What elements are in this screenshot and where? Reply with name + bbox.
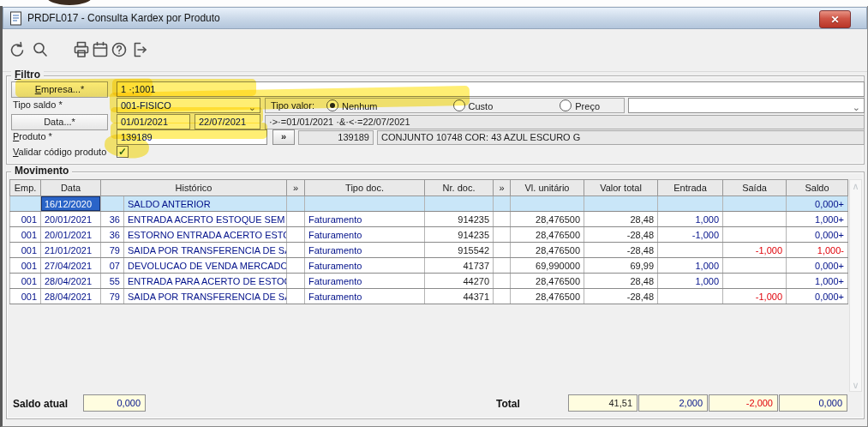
cell-data[interactable]: 21/01/2021 [41,243,101,258]
cell-emp[interactable]: 001 [10,212,41,227]
cell-saldo[interactable]: 0,000+ [787,258,848,274]
cell-tipo_doc[interactable]: Faturamento [305,274,425,289]
cell-valor_total[interactable] [584,196,658,212]
cell-historico[interactable]: DEVOLUCAO DE VENDA MERCADORIA [124,258,287,274]
cell-data[interactable]: 20/01/2021 [41,227,101,243]
cell-cod[interactable]: 55 [101,274,124,289]
cell-nr_doc[interactable]: 914235 [425,227,494,243]
cell-chev2[interactable] [494,243,511,258]
cell-saida[interactable]: -1,000 [723,289,787,304]
radio-nenhum-icon[interactable] [326,99,338,111]
cell-valor_total[interactable]: -28,48 [584,227,658,243]
cell-valor_total[interactable]: 28,48 [584,212,658,227]
cell-entrada[interactable]: 1,000 [658,274,723,289]
data-to-field[interactable]: 22/07/2021 [195,114,260,129]
radio-nenhum[interactable]: Nenhum [326,99,378,111]
cell-entrada[interactable] [658,243,723,258]
cell-saida[interactable] [723,227,787,243]
cell-data[interactable]: 20/01/2021 [41,212,101,227]
cell-saida[interactable]: -1,000 [723,243,787,258]
header-nr-doc[interactable]: Nr. doc. [425,180,494,196]
data-from-field[interactable]: 01/01/2021 [117,114,190,129]
cell-historico[interactable]: SAIDA POR TRANSFERENCIA DE SALDO [124,243,287,258]
cell-tipo_doc[interactable] [305,196,425,212]
header-nr-doc-expand[interactable]: » [494,180,511,196]
table-row[interactable]: 00128/04/202155ENTRADA PARA ACERTO DE ES… [10,274,848,289]
table-row[interactable]: 00128/04/202179SAIDA POR TRANSFERENCIA D… [10,289,848,304]
cell-chev1[interactable] [287,212,305,227]
cell-chev2[interactable] [494,227,511,243]
cell-chev1[interactable] [287,289,305,304]
cell-saida[interactable] [723,196,787,212]
cell-data[interactable]: 27/04/2021 [41,258,101,274]
cell-saldo[interactable]: 0,000+ [787,196,848,212]
header-emp[interactable]: Emp. [10,180,41,196]
tipo-valor-extra-dropdown[interactable]: ⌄ [628,98,865,113]
tipo-saldo-dropdown[interactable]: 001-FISICO ⌄ [117,98,260,113]
cell-tipo_doc[interactable]: Faturamento [305,258,425,274]
table-row[interactable]: 00120/01/202136ESTORNO ENTRADA ACERTO ES… [10,227,848,243]
cell-cod[interactable]: 79 [101,289,124,304]
cell-tipo_doc[interactable]: Faturamento [305,289,425,304]
close-button[interactable]: ✕ [819,10,851,28]
cell-tipo_doc[interactable]: Faturamento [305,243,425,258]
cell-chev1[interactable] [287,227,305,243]
cell-cod[interactable] [101,196,124,212]
table-row[interactable]: 00121/01/202179SAIDA POR TRANSFERENCIA D… [10,243,848,258]
header-historico[interactable]: Histórico [101,180,287,196]
table-row[interactable]: 00127/04/202107DEVOLUCAO DE VENDA MERCAD… [10,258,848,274]
cell-nr_doc[interactable]: 914235 [425,212,494,227]
cell-emp[interactable]: 001 [10,258,41,274]
cell-entrada[interactable]: 1,000 [658,212,723,227]
header-historico-expand[interactable]: » [287,180,305,196]
cell-saldo[interactable]: 1,000+ [787,212,848,227]
cell-nr_doc[interactable]: 44371 [425,289,494,304]
cell-entrada[interactable] [658,196,723,212]
cell-valor_total[interactable]: 69,99 [584,258,658,274]
cell-vl_unitario[interactable]: 69,990000 [511,258,584,274]
cell-vl_unitario[interactable]: 28,476500 [511,289,584,304]
cell-data[interactable]: 28/04/2021 [41,289,101,304]
cell-chev1[interactable] [287,274,305,289]
header-entrada[interactable]: Entrada [658,180,723,196]
header-saida[interactable]: Saída [723,180,787,196]
search-icon[interactable] [29,38,51,62]
produto-expand-button[interactable]: » [272,129,295,145]
header-data[interactable]: Data [41,180,101,196]
cell-emp[interactable]: 001 [10,227,41,243]
cell-chev2[interactable] [494,274,511,289]
cell-historico[interactable]: ENTRADA PARA ACERTO DE ESTOQUE [124,274,287,289]
cell-historico[interactable]: SALDO ANTERIOR [124,196,287,212]
cell-data[interactable]: 28/04/2021 [41,274,101,289]
scroll-up-icon[interactable]: ∧ [852,180,859,192]
scroll-down-icon[interactable]: ∨ [852,379,859,391]
cell-chev2[interactable] [494,258,511,274]
cell-chev1[interactable] [287,258,305,274]
cell-valor_total[interactable]: -28,48 [584,243,658,258]
cell-historico[interactable]: ENTRADA ACERTO ESTOQUE SEM OP [124,212,287,227]
table-row[interactable]: 16/12/2020SALDO ANTERIOR 0,000+ [10,196,848,212]
header-valor-total[interactable]: Valor total [584,180,658,196]
header-tipo-doc[interactable]: Tipo doc. [305,180,425,196]
cell-emp[interactable]: 001 [10,289,41,304]
header-vl-unitario[interactable]: Vl. unitário [511,180,584,196]
cell-cod[interactable]: 07 [101,258,124,274]
cell-tipo_doc[interactable]: Faturamento [305,212,425,227]
cell-historico[interactable]: SAIDA POR TRANSFERENCIA DE SALDO [124,289,287,304]
cell-nr_doc[interactable]: 915542 [425,243,494,258]
cell-nr_doc[interactable] [425,196,494,212]
radio-preco[interactable]: Preço [560,99,600,111]
cell-saldo[interactable]: 1,000+ [787,274,848,289]
cell-vl_unitario[interactable]: 28,476500 [511,243,584,258]
cell-cod[interactable]: 79 [101,243,124,258]
cell-vl_unitario[interactable]: 28,476500 [511,227,584,243]
exit-icon[interactable] [128,38,150,62]
cell-cod[interactable]: 36 [101,227,124,243]
cell-entrada[interactable]: -1,000 [658,227,723,243]
produto-input[interactable]: 139189 [117,129,267,145]
cell-entrada[interactable]: 1,000 [658,258,723,274]
cell-saldo[interactable]: 1,000- [787,243,848,258]
radio-custo-icon[interactable] [453,99,465,111]
radio-custo[interactable]: Custo [453,99,494,111]
cell-data[interactable]: 16/12/2020 [41,196,101,212]
